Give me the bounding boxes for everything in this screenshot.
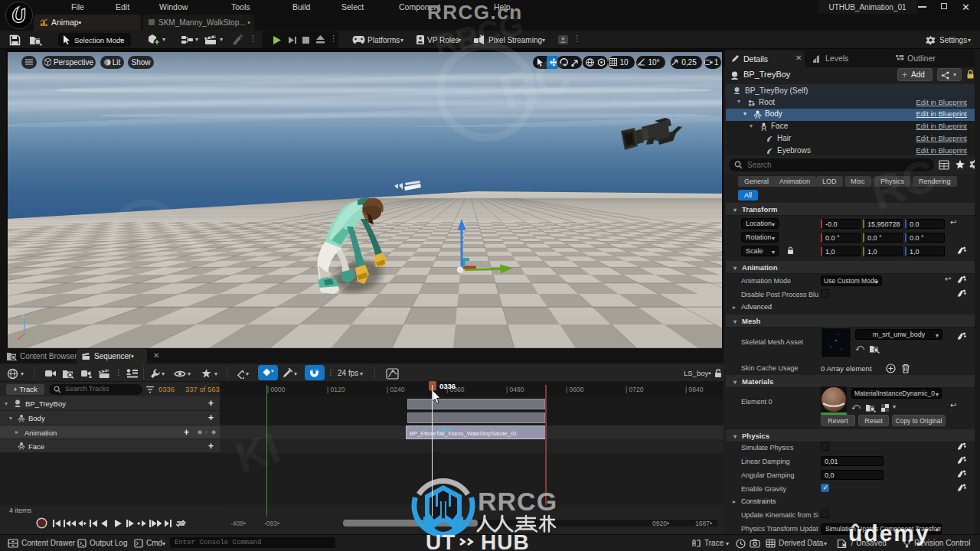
svg-text:RC: RC xyxy=(865,148,943,220)
svg-text:RC: RC xyxy=(493,46,577,120)
svg-text:x: x xyxy=(15,334,18,339)
svg-text:z: z xyxy=(21,313,24,318)
svg-text:RRCG: RRCG xyxy=(478,487,557,516)
svg-text:KI: KI xyxy=(230,423,286,482)
svg-text:y: y xyxy=(37,337,40,343)
svg-text:RG: RG xyxy=(152,210,217,266)
